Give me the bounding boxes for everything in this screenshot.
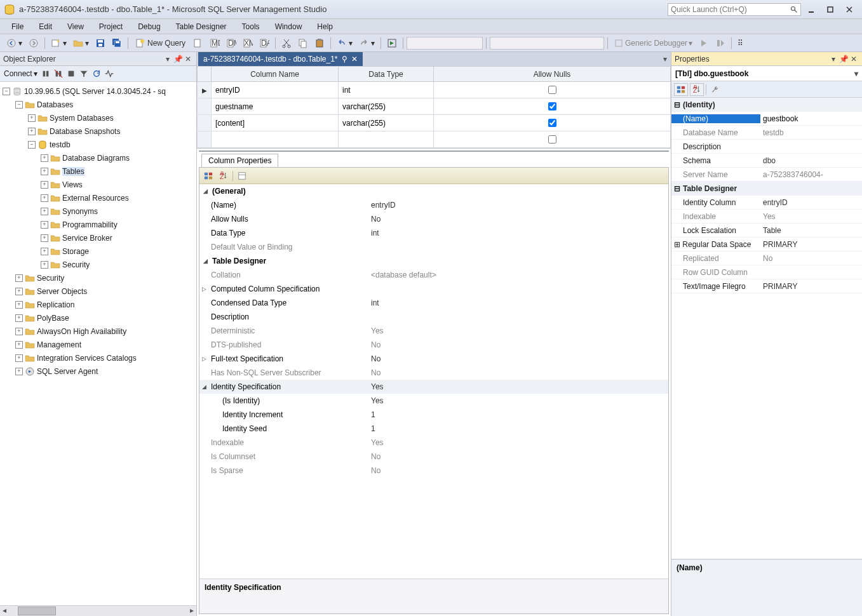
horizontal-scrollbar[interactable]: ◂▸ [0, 605, 196, 616]
prop-indexable[interactable]: IndexableYes [199, 436, 668, 450]
prop-collation[interactable]: Collation<database default> [199, 268, 668, 282]
pin-icon[interactable]: ⚲ [342, 55, 347, 64]
tree-synonyms[interactable]: +Synonyms [0, 204, 196, 218]
tree-external-resources[interactable]: +External Resources [0, 191, 196, 204]
prop-is-sparse[interactable]: Is SparseNo [199, 464, 668, 478]
prop-name[interactable]: (Name)entryID [199, 198, 668, 212]
tree-integration-services[interactable]: +Integration Services Catalogs [0, 351, 196, 365]
tree-management[interactable]: +Management [0, 338, 196, 351]
properties-grid[interactable]: ⊟ (Identity) (Name) Database Nametestdb … [671, 98, 862, 559]
name-input[interactable] [763, 114, 862, 123]
prop-data-type[interactable]: Data Typeint [199, 226, 668, 240]
column-grid[interactable]: Column Name Data Type Allow Nulls entryI… [197, 66, 671, 149]
disconnect-icon[interactable] [41, 69, 50, 78]
column-row[interactable]: entryID int [198, 82, 671, 98]
prop-text-image-filegroup[interactable]: Text/Image FilegroPRIMARY [671, 279, 862, 293]
cell-allow-nulls[interactable] [434, 98, 671, 115]
database-engine-query-icon[interactable] [191, 36, 206, 50]
prop-deterministic[interactable]: DeterministicYes [199, 324, 668, 338]
row-selector-icon[interactable] [198, 82, 212, 98]
cell-data-type[interactable]: varchar(255) [339, 115, 434, 131]
tree-always-on[interactable]: +AlwaysOn High Availability [0, 325, 196, 338]
nav-back-button[interactable]: ▾ [4, 36, 25, 50]
refresh-icon[interactable] [92, 69, 101, 78]
group-table-designer[interactable]: ◢Table Designer [199, 254, 668, 268]
execute-icon[interactable] [384, 36, 400, 50]
tree-programmability[interactable]: +Programmability [0, 218, 196, 231]
prop-condensed-type[interactable]: Condensed Data Typeint [199, 296, 668, 310]
prop-identity-seed[interactable]: Identity Seed1 [199, 422, 668, 436]
document-tab-active[interactable]: a-752383746004-.testdb - dbo.Table_1* ⚲ … [198, 52, 363, 66]
tree-replication[interactable]: +Replication [0, 298, 196, 311]
header-data-type[interactable]: Data Type [339, 67, 434, 82]
tree-service-broker[interactable]: +Service Broker [0, 231, 196, 244]
prop-regular-data-space[interactable]: ⊞ Regular Data SpacePRIMARY [671, 238, 862, 251]
menu-help[interactable]: Help [311, 20, 339, 33]
row-selector[interactable] [198, 98, 212, 115]
cell-column-name[interactable]: [content] [212, 115, 339, 131]
menu-edit[interactable]: Edit [32, 20, 58, 33]
save-button[interactable] [93, 36, 108, 50]
prop-schema[interactable]: Schemadbo [671, 154, 862, 168]
undo-button[interactable]: ▾ [334, 36, 355, 50]
cell-allow-nulls[interactable] [434, 115, 671, 131]
row-selector[interactable] [198, 131, 212, 148]
panel-dropdown-icon[interactable]: ▾ [828, 54, 838, 64]
prop-default-value[interactable]: Default Value or Binding [199, 240, 668, 254]
menu-debug[interactable]: Debug [131, 20, 166, 33]
cell-column-name[interactable]: guestname [212, 98, 339, 115]
prop-is-identity[interactable]: (Is Identity)Yes [199, 394, 668, 408]
column-properties-grid[interactable]: ◢(General) (Name)entryID Allow NullsNo D… [199, 184, 668, 579]
cut-button[interactable] [279, 36, 294, 50]
new-project-button[interactable]: ▾ [48, 36, 69, 50]
cell-column-name[interactable]: entryID [212, 82, 339, 98]
tree-server-objects[interactable]: +Server Objects [0, 285, 196, 298]
tree-system-databases[interactable]: +System Databases [0, 111, 196, 124]
cell-data-type[interactable]: varchar(255) [339, 98, 434, 115]
prop-database-name[interactable]: Database Nametestdb [671, 126, 862, 140]
panel-dropdown-icon[interactable]: ▾ [163, 54, 173, 64]
prop-dts-published[interactable]: DTS-publishedNo [199, 338, 668, 352]
maximize-button[interactable] [821, 3, 839, 16]
toolbar-options-icon[interactable]: ⠿ [735, 36, 746, 50]
allow-nulls-checkbox[interactable] [548, 102, 556, 110]
tab-close-icon[interactable]: ✕ [351, 55, 358, 64]
toolbar-dropdown-wide[interactable] [490, 37, 604, 50]
group-table-designer[interactable]: ⊟ Table Designer [671, 182, 862, 196]
activity-icon[interactable] [105, 69, 114, 78]
tree-sql-server-agent[interactable]: +SQL Server Agent [0, 365, 196, 378]
paste-button[interactable] [312, 36, 327, 50]
menu-table-designer[interactable]: Table Designer [170, 20, 233, 33]
prop-lock-escalation[interactable]: Lock EscalationTable [671, 224, 862, 238]
prop-description[interactable]: Description [671, 140, 862, 154]
copy-button[interactable] [295, 36, 311, 50]
menu-window[interactable]: Window [269, 20, 309, 33]
prop-identity-spec[interactable]: ◢Identity SpecificationYes [199, 380, 668, 394]
object-explorer-tree[interactable]: −10.39.96.5 (SQL Server 14.0.3045.24 - s… [0, 82, 196, 605]
tree-security[interactable]: +Security [0, 271, 196, 285]
tab-overflow-icon[interactable]: ▾ [659, 52, 671, 66]
allow-nulls-checkbox[interactable] [548, 119, 556, 127]
panel-close-icon[interactable]: ✕ [183, 54, 193, 64]
prop-fulltext-spec[interactable]: ▷Full-text SpecificationNo [199, 352, 668, 366]
menu-tools[interactable]: Tools [236, 20, 266, 33]
prop-server-name[interactable]: Server Namea-752383746004- [671, 168, 862, 182]
allow-nulls-checkbox[interactable] [548, 135, 556, 144]
header-allow-nulls[interactable]: Allow Nulls [434, 67, 671, 82]
allow-nulls-checkbox[interactable] [548, 86, 556, 94]
debug-start-icon[interactable] [696, 36, 711, 50]
properties-object-selector[interactable]: [Tbl] dbo.guestbook ▾ [671, 66, 862, 81]
group-general[interactable]: ◢(General) [199, 184, 668, 198]
menu-view[interactable]: View [61, 20, 90, 33]
tree-storage[interactable]: +Storage [0, 244, 196, 258]
prop-row-guid[interactable]: Row GUID Column [671, 265, 862, 279]
prop-description[interactable]: Description [199, 310, 668, 324]
new-query-button[interactable]: New Query [131, 36, 189, 50]
tree-database-snapshots[interactable]: +Database Snapshots [0, 124, 196, 138]
property-pages-icon[interactable] [236, 170, 248, 182]
column-row-empty[interactable] [198, 131, 671, 148]
tree-polybase[interactable]: +PolyBase [0, 311, 196, 325]
redo-button[interactable]: ▾ [356, 36, 377, 50]
alphabetical-view-icon[interactable]: AZ [217, 170, 230, 182]
prop-replicated[interactable]: ReplicatedNo [671, 251, 862, 265]
